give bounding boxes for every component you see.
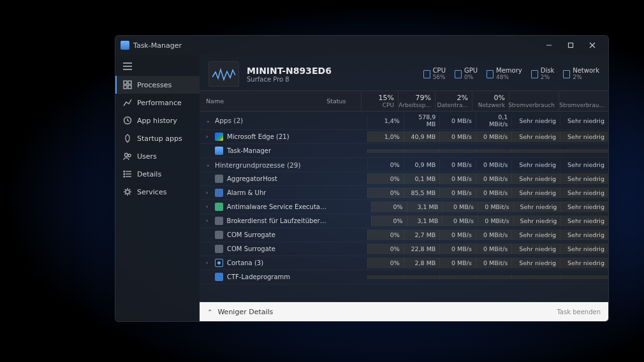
sidebar-item-startup-apps[interactable]: Startup apps bbox=[115, 129, 200, 147]
metric-cell: 0 MBit/s bbox=[476, 257, 511, 268]
chevron-right-icon[interactable]: › bbox=[206, 218, 211, 224]
titlebar[interactable]: Task-Manager bbox=[115, 36, 608, 55]
metric-cell: Sehr niedrig bbox=[511, 229, 560, 240]
sidebar-item-processes[interactable]: Processes bbox=[115, 76, 200, 94]
sidebar-item-details[interactable]: Details bbox=[115, 165, 200, 183]
metric-cell: 2,8 MB bbox=[404, 257, 439, 268]
stat-icon bbox=[455, 70, 462, 78]
sidebar-item-app-history[interactable]: App history bbox=[115, 112, 200, 129]
process-icon bbox=[215, 147, 223, 155]
svg-rect-10 bbox=[128, 85, 131, 89]
rocket-icon bbox=[123, 134, 132, 143]
col-datentra[interactable]: 2%Datentra... bbox=[435, 91, 472, 111]
process-icon bbox=[215, 259, 223, 267]
col-cpu[interactable]: 15%CPU bbox=[361, 91, 398, 111]
minimize-button[interactable] bbox=[538, 37, 560, 54]
list-icon bbox=[123, 170, 132, 178]
process-icon bbox=[215, 133, 223, 141]
users-icon bbox=[123, 152, 132, 161]
end-task-button[interactable]: Task beenden bbox=[557, 308, 601, 315]
metric-cell bbox=[439, 275, 475, 279]
maximize-button[interactable] bbox=[560, 37, 582, 54]
process-row[interactable]: AggregatorHost0%0,1 MB0 MB/s0 MBit/sSehr… bbox=[200, 172, 608, 186]
metric-cell: 0 MB/s bbox=[439, 187, 475, 198]
process-row[interactable]: CTF-Ladeprogramm bbox=[200, 270, 608, 284]
task-manager-window: Task-Manager ProcessesPerformanceApp his… bbox=[115, 35, 609, 322]
metric-cell: 0% bbox=[367, 187, 403, 198]
grid-icon bbox=[123, 80, 132, 89]
main-panel: MININT-N893ED6 Surface Pro 8 CPU56%GPU0%… bbox=[200, 55, 608, 321]
sidebar-item-performance[interactable]: Performance bbox=[115, 94, 200, 112]
sidebar-item-users[interactable]: Users bbox=[115, 147, 200, 165]
process-row[interactable]: ›Cortana (3)0%2,8 MB0 MB/s0 MBit/sSehr n… bbox=[200, 256, 608, 270]
window-title: Task-Manager bbox=[133, 41, 182, 50]
svg-rect-1 bbox=[569, 43, 573, 48]
process-row[interactable]: Task-Manager bbox=[200, 144, 608, 158]
metric-cell: Sehr niedrig bbox=[511, 159, 560, 170]
metric-cell: 0 MB/s bbox=[442, 215, 478, 226]
process-row[interactable]: ›Antimalware Service Executabl...0%3,1 M… bbox=[200, 200, 608, 214]
process-name: Cortana (3) bbox=[227, 259, 263, 266]
process-name: Task-Manager bbox=[227, 147, 271, 154]
clock-icon bbox=[123, 116, 132, 125]
metric-cell: 0% bbox=[367, 243, 403, 254]
process-row[interactable]: ›Microsoft Edge (21)1,0%40,9 MB0 MB/s0 M… bbox=[200, 130, 608, 144]
chevron-right-icon[interactable]: › bbox=[206, 204, 211, 210]
metric-cell: 0,1 MB bbox=[404, 173, 439, 184]
stat-cpu[interactable]: CPU56% bbox=[423, 68, 446, 80]
metric-cell bbox=[560, 149, 608, 153]
metric-cell: 0 MBit/s bbox=[476, 229, 511, 240]
col-name[interactable]: Name bbox=[200, 91, 324, 111]
svg-point-13 bbox=[128, 154, 131, 157]
stat-network[interactable]: Network2% bbox=[563, 68, 599, 80]
metric-cell: Sehr niedrig bbox=[511, 131, 560, 142]
metric-cell: 0 MB/s bbox=[439, 131, 475, 142]
process-icon bbox=[215, 175, 223, 183]
stat-disk[interactable]: Disk2% bbox=[531, 68, 554, 80]
svg-point-19 bbox=[124, 176, 125, 177]
metric-cell: 0% bbox=[367, 159, 403, 170]
chevron-right-icon[interactable]: › bbox=[206, 190, 211, 196]
process-icon bbox=[215, 273, 223, 281]
metric-cell: 0,1 MBit/s bbox=[476, 112, 511, 129]
stat-memory[interactable]: Memory48% bbox=[487, 68, 522, 80]
metric-cell: Sehr niedrig bbox=[560, 159, 608, 170]
metric-cell: 0 MB/s bbox=[439, 115, 475, 126]
process-name: Alarm & Uhr bbox=[227, 189, 266, 196]
metric-cell: 0% bbox=[367, 229, 403, 240]
fewer-details-button[interactable]: Weniger Details bbox=[217, 308, 273, 316]
metric-cell bbox=[476, 275, 511, 279]
process-row[interactable]: ›Alarm & Uhr0%85,5 MB0 MB/s0 MBit/sSehr … bbox=[200, 186, 608, 200]
metric-cell bbox=[367, 275, 403, 279]
svg-rect-8 bbox=[128, 81, 131, 84]
process-table[interactable]: Name Status 15%CPU79%Arbeitssp...2%Daten… bbox=[200, 90, 608, 302]
col-stromverbrau[interactable]: Stromverbrau... bbox=[559, 91, 608, 111]
group-row[interactable]: ⌄Apps (2)1,4%578,9 MB0 MB/s0,1 MBit/sSeh… bbox=[200, 112, 608, 130]
process-row[interactable]: COM Surrogate0%22,8 MB0 MB/s0 MBit/sSehr… bbox=[200, 242, 608, 256]
metric-cell: Sehr niedrig bbox=[511, 173, 560, 184]
col-stromverbrauch[interactable]: Stromverbrauch bbox=[509, 91, 559, 111]
process-row[interactable]: COM Surrogate0%2,7 MB0 MB/s0 MBit/sSehr … bbox=[200, 228, 608, 242]
chevron-right-icon[interactable]: › bbox=[206, 134, 211, 140]
close-button[interactable] bbox=[582, 37, 603, 54]
footer: ⌃ Weniger Details Task beenden bbox=[200, 302, 608, 321]
table-header: Name Status 15%CPU79%Arbeitssp...2%Daten… bbox=[200, 90, 608, 112]
metric-cell: 0,9 MB bbox=[404, 159, 439, 170]
sidebar-item-services[interactable]: Services bbox=[115, 183, 200, 201]
stat-gpu[interactable]: GPU0% bbox=[455, 68, 478, 80]
metric-cell: 0 MBit/s bbox=[478, 215, 513, 226]
col-status[interactable]: Status bbox=[324, 91, 361, 111]
process-row[interactable]: ›Brokerdienst für Laufzeitüberwa...0%3,1… bbox=[200, 214, 608, 228]
col-netzwerk[interactable]: 0%Netzwerk bbox=[472, 91, 509, 111]
process-icon bbox=[215, 189, 223, 197]
group-row[interactable]: ⌄Hintergrundprozesse (29)0%0,9 MB0 MB/s0… bbox=[200, 158, 608, 172]
stat-icon bbox=[423, 70, 430, 78]
metric-cell: 0 MB/s bbox=[439, 173, 475, 184]
stat-icon bbox=[487, 70, 494, 78]
chart-icon bbox=[123, 98, 132, 107]
col-arbeitssp[interactable]: 79%Arbeitssp... bbox=[398, 91, 435, 111]
chevron-right-icon[interactable]: › bbox=[206, 260, 211, 266]
metric-cell: 0 MB/s bbox=[439, 229, 475, 240]
perf-thumbnail[interactable] bbox=[209, 61, 239, 87]
hamburger-button[interactable] bbox=[115, 59, 200, 76]
